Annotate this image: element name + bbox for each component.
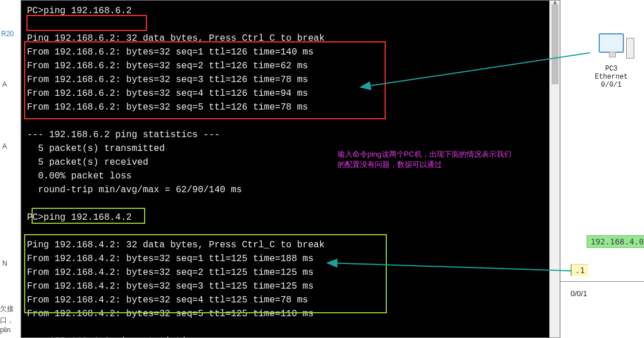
subnet-badge-green[interactable]: 192.168.4.0 xyxy=(587,235,644,248)
stats1-tx: 5 packet(s) transmitted xyxy=(27,143,165,154)
ping1-header: Ping 192.168.6.2: 32 data bytes, Press C… xyxy=(27,33,324,44)
terminal-scrollbar[interactable]: ▲ xyxy=(549,1,560,337)
pc3-interface: Ethernet 0/0/1 xyxy=(591,73,631,89)
bottom-interface-label: 0/0/1 xyxy=(571,289,587,298)
r20-label: R20 xyxy=(1,30,14,38)
ping2-line-3: From 192.168.4.2: bytes=32 seq=3 ttl=125… xyxy=(27,281,313,292)
cmd-2: ping 192.168.4.2 xyxy=(44,212,132,223)
plin-label: plin xyxy=(0,326,11,334)
ping1-line-4: From 192.168.6.2: bytes=32 seq=4 ttl=126… xyxy=(27,88,308,99)
left-edge-panel: R20 A A N 欠接 口， plin xyxy=(0,0,21,338)
blank-2 xyxy=(27,116,33,126)
blank-4 xyxy=(27,226,33,236)
cmd-1: ping 192.168.6.2 xyxy=(44,6,132,16)
ping1-line-1: From 192.168.6.2: bytes=32 seq=1 ttl=126… xyxy=(27,47,313,57)
pc-tower-icon xyxy=(626,38,634,59)
blank-1 xyxy=(27,20,33,30)
a-label-2: A xyxy=(2,142,7,150)
pc3-label: PC3 xyxy=(591,65,631,73)
ping1-line-5: From 192.168.6.2: bytes=32 seq=5 ttl=126… xyxy=(27,102,308,112)
ip-fragment: .1 xyxy=(571,264,588,276)
ping2-line-1: From 192.168.4.2: bytes=32 seq=1 ttl=125… xyxy=(27,254,313,264)
prompt-1: PC> xyxy=(27,6,44,16)
a-label-1: A xyxy=(2,80,7,88)
xj-label: 欠接 xyxy=(0,304,14,314)
ping2-header: Ping 192.168.4.2: 32 data bytes, Press C… xyxy=(27,240,324,250)
stats1-rt: round-trip min/avg/max = 62/90/140 ms xyxy=(27,185,242,195)
ping2-line-5: From 192.168.4.2: bytes=32 seq=5 ttl=125… xyxy=(27,309,313,319)
pc-monitor-icon xyxy=(599,33,624,53)
ping1-line-3: From 192.168.6.2: bytes=32 seq=3 ttl=126… xyxy=(27,75,308,85)
ping2-line-4: From 192.168.4.2: bytes=32 seq=4 ttl=125… xyxy=(27,295,308,305)
prompt-2: PC> xyxy=(27,212,44,223)
annotation-text: 输入命令ping这两个PC机，出现下面的情况表示我们的配置没有问题，数据可以通过 xyxy=(337,149,515,170)
ping1-line-2: From 192.168.6.2: bytes=32 seq=2 ttl=126… xyxy=(27,61,308,71)
ping2-line-2: From 192.168.4.2: bytes=32 seq=2 ttl=125… xyxy=(27,267,313,278)
stats1-title: --- 192.168.6.2 ping statistics --- xyxy=(27,130,220,140)
q-label: 口， xyxy=(0,316,14,325)
scroll-thumb[interactable] xyxy=(552,4,558,84)
pc3-node[interactable]: PC3 Ethernet 0/0/1 xyxy=(591,33,631,89)
blank-5 xyxy=(27,323,33,333)
n-label: N xyxy=(2,259,7,267)
stats1-loss: 0.00% packet loss xyxy=(27,171,131,181)
stats1-rx: 5 packet(s) received xyxy=(27,157,148,168)
topology-link-line xyxy=(560,281,644,282)
blank-3 xyxy=(27,199,33,209)
